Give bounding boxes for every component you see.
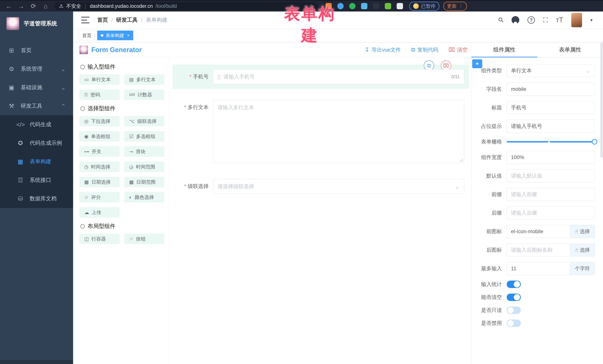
extension-puzzle-icon[interactable]	[397, 3, 403, 9]
toggle-switch[interactable]	[507, 320, 521, 327]
property-input[interactable]: 请输入后缀	[507, 207, 595, 220]
palette-item-checkbox[interactable]: ☑多选框组	[124, 131, 164, 142]
trash-button[interactable]: ⌧清空	[448, 46, 468, 53]
palette-item-switch[interactable]: ⊶开关	[79, 146, 119, 157]
sidebar-subitem-label: 代码生成	[30, 121, 51, 128]
property-input[interactable]: 请输入前缀	[507, 188, 595, 201]
search-icon[interactable]: ⚲	[497, 16, 505, 24]
breadcrumb-item[interactable]: 研发工具	[116, 16, 138, 24]
sidebar-subitem-form-grid[interactable]: ▦表单构建	[0, 152, 73, 171]
palette-item-date-range[interactable]: ▩日期范围	[124, 177, 164, 187]
browser-home-icon[interactable]: ⌂	[42, 3, 49, 10]
property-select[interactable]: 单行文本⌄	[507, 64, 595, 77]
sidebar-subitem-badge-check[interactable]: ✪代码生成示例	[0, 134, 73, 152]
chevron-down-icon: ⌄	[455, 183, 460, 190]
menu-dots-icon[interactable]: ⋮	[458, 3, 463, 9]
textarea-input[interactable]: 请输入多行文本	[213, 100, 464, 163]
palette-item-password[interactable]: ⚿密码	[79, 89, 119, 100]
breadcrumb-item[interactable]: 首页	[97, 16, 108, 24]
tab-form-props[interactable]: 表单属性	[537, 42, 603, 57]
inspector-field-control	[507, 141, 595, 143]
download-button[interactable]: ↧导出vue文件	[365, 46, 401, 53]
extension-dark-on-icon[interactable]	[373, 3, 379, 9]
sidebar-subitem-label: 系统接口	[30, 176, 51, 184]
sidebar-item-monitor[interactable]: ▣基础设施⌄	[0, 78, 73, 97]
sidebar-subitem-sliders[interactable]: ☲系统接口	[0, 171, 73, 189]
palette-item-row-container[interactable]: ◫行容器	[79, 234, 119, 244]
sidebar-logo-row[interactable]: 芋道管理系统	[0, 11, 73, 36]
property-input[interactable]: 11	[507, 262, 570, 275]
palette-item-input[interactable]: ▭单行文本	[79, 74, 119, 85]
property-input[interactable]: 手机号	[507, 101, 595, 114]
canvas-field-textarea[interactable]: *多行文本 请输入多行文本	[173, 95, 469, 168]
mobile-input[interactable]: ▯ 请输入手机号 0/11	[213, 69, 464, 84]
extension-green-leaf-icon[interactable]	[385, 3, 391, 9]
property-input[interactable]: 请输入后图标名称	[507, 243, 570, 256]
sidebar-item-label: 研发工具	[21, 102, 42, 110]
user-avatar[interactable]	[571, 13, 582, 27]
slider-handle[interactable]	[592, 139, 597, 144]
browser-update-button[interactable]: 更新 ⋮	[443, 2, 467, 11]
palette-item-textarea[interactable]: ▤多行文本	[124, 74, 164, 85]
fullscreen-icon[interactable]: ⛶	[543, 16, 548, 24]
icon-select-button[interactable]: ☝选择	[570, 225, 595, 238]
palette-item-upload[interactable]: ☁上传	[79, 207, 119, 218]
button-label: 选择	[580, 228, 590, 235]
tag-item[interactable]: 首页	[79, 31, 95, 40]
browser-reload-icon[interactable]: ⟳	[30, 2, 37, 10]
github-icon[interactable]	[511, 16, 519, 24]
property-input[interactable]: mobile	[507, 83, 595, 96]
close-icon[interactable]: ×	[127, 33, 130, 38]
paused-extension-badge[interactable]: 已暂停	[409, 2, 439, 11]
palette-item-time[interactable]: ◷时间选择	[79, 162, 119, 172]
browser-back-icon[interactable]: ←	[5, 3, 13, 10]
toggle-switch[interactable]	[507, 307, 521, 314]
tag-active[interactable]: 表单构建×	[97, 31, 133, 40]
palette-item-button[interactable]: ☞按钮	[124, 234, 164, 244]
help-icon[interactable]: ?	[527, 16, 535, 24]
extension-green-check-icon[interactable]	[349, 3, 356, 9]
sidebar-item-dashboard[interactable]: ⊞首页	[0, 41, 73, 60]
palette-item-time-range[interactable]: ◶时间范围	[124, 162, 164, 172]
palette-item-rate[interactable]: ☆评分	[79, 192, 119, 202]
grid-span-slider[interactable]	[507, 141, 595, 143]
palette-grid: ◫行容器☞按钮	[79, 234, 165, 244]
extension-teal-icon[interactable]	[361, 3, 367, 9]
resize-handle[interactable]	[459, 158, 463, 162]
palette-item-cascader[interactable]: ⌥级联选择	[124, 116, 164, 126]
sidebar-subitem-code[interactable]: </>代码生成	[0, 115, 73, 134]
property-input[interactable]: 请输入默认值	[507, 169, 595, 182]
palette-item-color[interactable]: ◐颜色选择	[124, 192, 164, 202]
font-size-icon[interactable]: ᴛT	[556, 16, 563, 24]
cascader-input[interactable]: 请选择级联选择 ⌄	[213, 179, 464, 194]
tab-component-props[interactable]: 组件属性	[471, 42, 537, 57]
icon-select-button[interactable]: ☝选择	[570, 243, 595, 256]
toggle-switch[interactable]	[507, 294, 521, 301]
palette-item-label: 单选框组	[91, 133, 110, 140]
palette-item-counter[interactable]: 123计数器	[124, 89, 164, 100]
data-link-button[interactable]: ⚭	[472, 59, 482, 68]
canvas-field-cascader[interactable]: *级联选择 请选择级联选择 ⌄	[173, 174, 469, 199]
palette-item-label: 单行文本	[92, 76, 111, 83]
input-value: mobile	[511, 86, 591, 92]
user-menu-caret-icon[interactable]: ▾	[590, 17, 593, 23]
sidebar-collapse-icon[interactable]	[81, 17, 89, 23]
browser-forward-icon[interactable]: →	[17, 3, 25, 10]
palette-item-label: 按钮	[136, 236, 146, 242]
property-input[interactable]: 100%	[507, 151, 595, 164]
palette-item-date[interactable]: ▦日期选择	[79, 177, 119, 187]
page-scrollbar[interactable]	[600, 43, 603, 358]
sidebar-item-tools[interactable]: ⚒研发工具⌃	[0, 97, 73, 115]
sidebar-item-gear[interactable]: ⚙系统管理⌄	[0, 60, 73, 78]
inspector-row: 是否禁用	[471, 320, 595, 327]
palette-item-slider[interactable]: ⊸滑块	[124, 146, 164, 157]
palette-item-radio[interactable]: ◉单选框组	[79, 131, 119, 142]
copy-button[interactable]: ⧉复制代码	[411, 46, 438, 53]
property-input[interactable]: el-icon-mobile	[507, 225, 570, 238]
sidebar-subitem-database[interactable]: ⛁数据库文档	[0, 189, 73, 208]
button-label: 选择	[580, 247, 590, 253]
canvas-field-mobile[interactable]: ⧉ ⌧ *手机号 ▯ 请输入手机号 0/11	[173, 65, 469, 89]
palette-item-select[interactable]: ◎下拉选择	[79, 116, 119, 126]
property-input[interactable]: 请输入手机号	[507, 120, 595, 133]
toggle-switch[interactable]	[507, 281, 521, 288]
